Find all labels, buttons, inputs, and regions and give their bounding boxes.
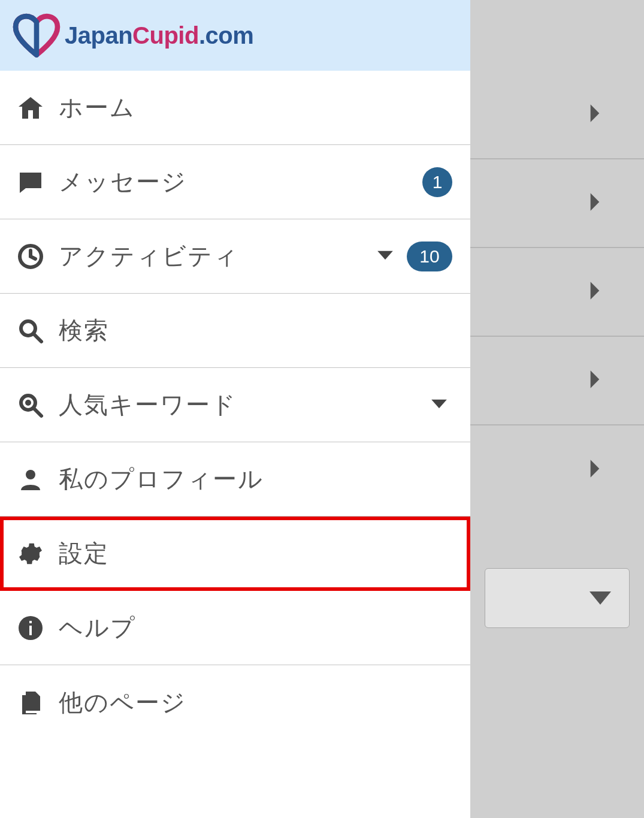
- caret-down-icon: [589, 591, 611, 605]
- svg-point-4: [26, 470, 35, 479]
- pages-icon: [12, 684, 49, 721]
- menu-item-activity[interactable]: アクティビティ 10: [0, 219, 470, 294]
- menu-item-label: ホーム: [59, 91, 135, 124]
- brand-logo: JapanCupid.com: [11, 10, 253, 61]
- background-list-row[interactable]: [470, 425, 644, 514]
- app-header: JapanCupid.com: [0, 0, 470, 71]
- gear-icon: [12, 535, 49, 572]
- info-icon: [12, 609, 49, 647]
- chevron-right-icon: [582, 100, 608, 129]
- main-menu: ホーム メッセージ 1 アクティビティ: [0, 71, 470, 818]
- chevron-right-icon: [582, 277, 608, 306]
- menu-item-label: 設定: [59, 537, 109, 570]
- count-badge: 1: [422, 167, 452, 197]
- menu-item-label: アクティビティ: [59, 240, 239, 273]
- menu-item-help[interactable]: ヘルプ: [0, 591, 470, 665]
- chevron-right-icon: [582, 455, 608, 484]
- svg-rect-6: [29, 626, 32, 635]
- chevron-down-icon: [372, 242, 398, 271]
- chevron-right-icon: [582, 189, 608, 218]
- background-spacer: [470, 514, 644, 568]
- heart-icon: [11, 10, 62, 61]
- svg-point-3: [25, 400, 31, 406]
- search-icon: [12, 312, 49, 349]
- user-icon: [12, 461, 49, 498]
- star-search-icon: [12, 387, 49, 424]
- menu-item-label: 他のページ: [59, 686, 186, 719]
- menu-item-other-pages[interactable]: 他のページ: [0, 665, 470, 739]
- menu-item-home[interactable]: ホーム: [0, 71, 470, 145]
- background-panel: [470, 0, 644, 818]
- menu-item-messages[interactable]: メッセージ 1: [0, 145, 470, 219]
- background-header-area: [470, 0, 644, 71]
- menu-item-my-profile[interactable]: 私のプロフィール: [0, 442, 470, 517]
- menu-item-label: 私のプロフィール: [59, 463, 264, 496]
- menu-item-label: 人気キーワード: [59, 388, 237, 421]
- menu-item-label: ヘルプ: [59, 611, 136, 644]
- chevron-right-icon: [582, 366, 608, 395]
- chevron-down-icon: [426, 391, 452, 419]
- menu-item-settings[interactable]: 設定: [0, 517, 470, 591]
- count-badge: 10: [407, 242, 452, 271]
- menu-item-popular-keywords[interactable]: 人気キーワード: [0, 368, 470, 442]
- background-list-row[interactable]: [470, 71, 644, 159]
- clock-icon: [12, 238, 49, 275]
- background-list-row[interactable]: [470, 248, 644, 337]
- background-list-row[interactable]: [470, 337, 644, 425]
- home-icon: [12, 89, 49, 126]
- menu-item-label: メッセージ: [59, 165, 187, 198]
- background-list-row[interactable]: [470, 159, 644, 248]
- background-dropdown[interactable]: [485, 568, 630, 628]
- background-spacer: [470, 628, 644, 818]
- message-icon: [12, 164, 49, 201]
- menu-item-label: 検索: [59, 314, 109, 347]
- brand-text: JapanCupid.com: [65, 22, 253, 49]
- menu-item-search[interactable]: 検索: [0, 294, 470, 368]
- svg-rect-7: [29, 621, 32, 623]
